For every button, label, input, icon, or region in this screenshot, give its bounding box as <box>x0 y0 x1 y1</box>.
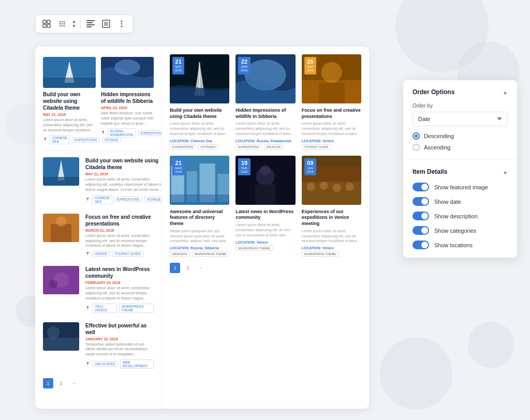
locations-label: Show locations <box>434 242 473 248</box>
gtag-5a[interactable]: WORDPRESS THEME <box>235 246 273 251</box>
dots-icon[interactable] <box>56 18 68 29</box>
gtag-1a[interactable]: EXPEDITIONS <box>170 144 196 149</box>
list-tag-guide[interactable]: TOURIST GUIDE <box>112 251 143 257</box>
location-tag[interactable]: Chinese Sea <box>50 135 70 144</box>
list-tags-1: 📍 Chinese Sea EXPEDITIONS VOYAGE <box>85 195 162 204</box>
svg-rect-59 <box>255 184 276 205</box>
feature-tags-1: 📍 Chinese Sea EXPEDITIONS VOYAGE <box>43 135 96 144</box>
more-options-icon[interactable] <box>116 18 127 29</box>
list-tag-voy1[interactable]: VOYAGE <box>144 197 162 202</box>
list-pagination: 1 2 → <box>43 378 154 388</box>
descending-label: Descending <box>424 133 454 139</box>
list-location-1[interactable]: Chinese Sea <box>92 195 112 204</box>
grid-view-icon[interactable] <box>41 18 52 29</box>
svg-point-8 <box>62 23 63 24</box>
list-content-4: Effective but powerful as well JANUARY 1… <box>85 322 154 369</box>
location-pin-4: 📍 <box>85 362 90 366</box>
svg-rect-14 <box>86 22 93 23</box>
descending-radio-circle[interactable] <box>413 132 420 140</box>
date-badge-3: 25 MAR 2016 <box>304 57 316 74</box>
location-tag-2[interactable]: Russia, Khabarovsk <box>108 128 136 138</box>
feature-text-1: Lorem ipsum dolor sit amet, consectetur … <box>43 117 96 132</box>
list-tags-3: 📍 Italy, Venice WORDPRESS THEME <box>85 304 154 313</box>
toolbar: ▲ ▼ <box>35 14 133 33</box>
list-item-3: Latest news in WordPress community FEBRU… <box>43 266 154 312</box>
feature-thumb-2 <box>101 57 154 88</box>
location-link-1[interactable]: Chinese Sea <box>190 139 212 143</box>
order-by-select[interactable]: Date Title Author Modified <box>413 112 508 126</box>
list-location-4[interactable]: Unlocated <box>92 361 118 367</box>
svg-rect-25 <box>43 78 96 88</box>
list-tag-wp[interactable]: WORDPRESS THEME <box>119 304 154 313</box>
date-badge-1: 21 MAY 2016 <box>172 57 184 74</box>
svg-rect-49 <box>318 83 344 103</box>
ascending-radio-circle[interactable] <box>413 144 420 151</box>
date-label: Show date <box>434 199 461 205</box>
gtag-3a[interactable]: TOURIST GUIDE <box>302 144 331 149</box>
svg-rect-18 <box>104 22 108 26</box>
featured-image-toggle[interactable] <box>413 183 429 191</box>
gtag-6a[interactable]: WORDPRESS THEME <box>302 251 339 257</box>
grid-tags-2: EXPEDITIONS WILDLIFE <box>235 144 295 149</box>
list-location-3[interactable]: Italy, Venice <box>92 304 117 313</box>
order-collapse-btn[interactable]: ▲ <box>503 89 508 95</box>
grid-title-3: Focus on free and creative presentations <box>302 108 361 119</box>
feature-date-2: APRIL 22, 2016 <box>101 106 154 110</box>
descending-radio[interactable]: Descending <box>413 132 508 140</box>
list-thumb-2 <box>43 214 79 242</box>
gtag-2a[interactable]: EXPEDITIONS <box>235 144 261 149</box>
toggle-date: Show date <box>413 197 508 206</box>
ascending-radio[interactable]: Ascending <box>413 144 508 151</box>
page-2-btn[interactable]: 2 <box>56 378 66 388</box>
categories-toggle[interactable] <box>413 226 429 235</box>
toggle-group: Show featured image Show date Show descr… <box>413 183 508 249</box>
text-align-icon[interactable] <box>85 18 96 29</box>
grid-row-1: 21 MAY 2016 Build your own website using… <box>170 54 361 149</box>
page-next-btn[interactable]: → <box>69 378 79 388</box>
description-toggle[interactable] <box>413 212 429 220</box>
list-tag-exp1[interactable]: EXPEDITIONS <box>114 197 142 202</box>
list-tag-wd[interactable]: WEB DEVELOPMENT <box>120 359 154 369</box>
grid-panel: 21 MAY 2016 Build your own website using… <box>162 47 369 409</box>
grid-page-1-btn[interactable]: 1 <box>170 263 180 273</box>
location-link-6[interactable]: Venice <box>322 246 334 250</box>
order-header: Order Options ▲ <box>413 88 508 96</box>
location-link-5[interactable]: Venice <box>257 241 268 244</box>
grid-img-6: 09 JAN 2016 <box>302 156 361 205</box>
gtag-4a[interactable]: WDESIGN <box>170 251 190 257</box>
grid-row-2: 21 MAR 2016 Awesome and universal featur… <box>170 156 361 257</box>
tag-expeditions[interactable]: EXPEDITIONS <box>72 137 100 143</box>
svg-point-65 <box>345 183 354 191</box>
locations-toggle[interactable] <box>413 241 429 249</box>
gtag-4b[interactable]: WORDPRESS THEME <box>192 251 229 257</box>
grid-page-2-btn[interactable]: 2 <box>183 263 193 273</box>
grid-page-next-btn[interactable]: → <box>196 263 206 273</box>
grid-title-2: Hidden Impressions of wildlife In Sibber… <box>235 108 295 119</box>
page-1-btn[interactable]: 1 <box>43 378 53 388</box>
location-link-3[interactable]: Venice <box>322 139 334 143</box>
svg-rect-2 <box>43 24 46 27</box>
location-icon: 📍 <box>43 138 48 142</box>
location-pin-1: 📍 <box>85 198 90 202</box>
gtag-2b[interactable]: WILDLIFE <box>264 144 284 149</box>
toggle-locations: Show locations <box>413 241 508 249</box>
grid-img-2: 22 APR 2016 <box>235 54 295 103</box>
order-by-label: Order by <box>413 103 508 109</box>
sort-up-icon[interactable]: ▲ <box>72 20 76 24</box>
feature-title-2: Hidden impressions of wildlife In Sibber… <box>101 91 154 104</box>
grid-location-4: LOCATION: Russia, Sibberia <box>170 246 229 250</box>
grid-title-5: Latest news in WordPress community <box>235 209 295 221</box>
list-item-1: Build your own website using Citadela th… <box>43 157 154 204</box>
layout-icon[interactable] <box>100 18 112 29</box>
sort-down-icon[interactable]: ▼ <box>72 24 76 28</box>
gtag-1b[interactable]: VOYAGES <box>198 144 218 149</box>
date-toggle[interactable] <box>413 197 429 206</box>
feature-text-2: Nam libero tempore, cum soluta nobis eli… <box>101 111 154 126</box>
grid-pagination: 1 2 → <box>170 263 361 273</box>
location-link-2[interactable]: Russia, Khabarovsk <box>257 139 291 143</box>
location-link-4[interactable]: Russia, Sibberia <box>190 246 218 250</box>
list-location-2[interactable]: Venice <box>92 251 110 257</box>
tag-exp2[interactable]: EXPEDITIONS <box>138 130 162 136</box>
sort-arrows[interactable]: ▲ ▼ <box>72 20 76 28</box>
item-details-collapse-btn[interactable]: ▲ <box>503 169 508 175</box>
